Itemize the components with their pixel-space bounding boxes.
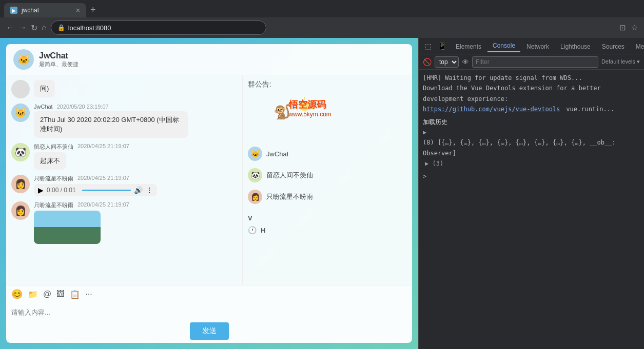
audio-progress[interactable]: [82, 190, 131, 191]
avatar: 👩: [11, 201, 30, 220]
member-name: 只盼流星不盼雨: [266, 192, 313, 201]
sidebar-letter-v: V: [248, 214, 370, 222]
list-item: 👩 只盼流星不盼雨 2020/04/25 21:19:07: [11, 201, 237, 244]
clock-icon: 🕐: [248, 226, 257, 234]
url-bar[interactable]: 🔒 localhost:8080: [51, 20, 266, 35]
nav-back-button[interactable]: ←: [6, 23, 14, 32]
tab-lighthouse[interactable]: Lighthouse: [555, 41, 596, 52]
chat-body: 间) 🐱 JwChat 2020/05/20 23:19:07 2Thu Jul…: [6, 75, 412, 285]
send-button[interactable]: 发送: [190, 322, 229, 340]
tab-console[interactable]: Console: [487, 40, 520, 52]
sidebar-letter-h: 🕐 H: [248, 226, 370, 234]
chat-footer: 😊 📁 @ 🖼 📋 ··· 发送: [6, 285, 412, 343]
msg-meta: 只盼流星不盼雨 2020/04/25 21:19:07: [34, 201, 129, 209]
audio-time: 0:00 / 0:01: [47, 187, 76, 194]
arrow-icon[interactable]: ▶: [423, 127, 426, 137]
device-icon[interactable]: 📱: [436, 41, 448, 51]
levels-select[interactable]: Default levels ▾: [601, 58, 640, 65]
tab-favicon: ▶: [10, 7, 17, 14]
msg-content: 只盼流星不盼雨 2020/04/25 21:19:07 ▶ 0:00 / 0:0…: [34, 175, 157, 196]
chat-header-avatar: 🐱: [13, 49, 34, 70]
msg-meta: 只盼流星不盼雨 2020/04/25 21:19:07: [34, 175, 157, 182]
msg-sender: 只盼流星不盼雨: [34, 201, 73, 209]
at-icon[interactable]: @: [43, 290, 51, 299]
msg-bubble: 2Thu Jul 30 2020 20:02:20 GMT+0800 (中国标准…: [34, 111, 188, 138]
member-name: 留恋人间不羡仙: [266, 171, 313, 180]
eye-icon[interactable]: 👁: [462, 58, 469, 66]
emoji-icon[interactable]: 😊: [11, 289, 23, 300]
chat-title: JwChat: [39, 51, 79, 60]
tab-memory[interactable]: Memory: [631, 41, 644, 52]
member-item: 🐱 JwChat: [248, 145, 370, 163]
msg-audio[interactable]: ▶ 0:00 / 0:01 🔊 ⋮: [34, 184, 157, 196]
clip-icon[interactable]: 📋: [70, 290, 80, 299]
msg-meta: 留恋人间不羡仙 2020/04/25 21:19:07: [34, 143, 129, 151]
member-name: JwChat: [266, 150, 288, 158]
tab-new[interactable]: +: [90, 5, 96, 17]
member-avatar: 🐱: [248, 147, 262, 161]
cast-icon[interactable]: ⊡: [619, 23, 626, 32]
nav-home-button[interactable]: ⌂: [42, 23, 47, 32]
more-tools-icon[interactable]: ···: [85, 290, 92, 299]
devtools-panel: ⬚ 📱 Elements Console Network Lighthouse …: [418, 38, 644, 349]
tab-elements[interactable]: Elements: [451, 41, 486, 52]
msg-time: 2020/05/20 23:19:07: [57, 104, 109, 110]
more-icon[interactable]: ⋮: [146, 186, 153, 194]
msg-meta: JwChat 2020/05/20 23:19:07: [34, 104, 188, 110]
devtools-top-bar: ⬚ 📱 Elements Console Network Lighthouse …: [419, 38, 644, 54]
tab-network[interactable]: Network: [521, 41, 554, 52]
sidebar-h-text: H: [261, 227, 265, 234]
list-item: 👩 只盼流星不盼雨 2020/04/25 21:19:07 ▶ 0:00 / 0…: [11, 175, 237, 196]
image-icon[interactable]: 🖼: [56, 290, 65, 299]
member-avatar: 👩: [248, 190, 262, 204]
watermark-line2: www.5kym.com: [289, 111, 356, 118]
filter-input[interactable]: [472, 56, 598, 68]
tab-sources[interactable]: Sources: [597, 41, 630, 52]
browser-chrome: ▶ jwchat × +: [0, 0, 644, 17]
tab-close[interactable]: ×: [76, 6, 80, 14]
msg-content: 只盼流星不盼雨 2020/04/25 21:19:07: [34, 201, 129, 244]
msg-content: 留恋人间不羡仙 2020/04/25 21:19:07 起床不: [34, 143, 129, 170]
devtools-content[interactable]: [HMR] Waiting for update signal from WDS…: [419, 70, 644, 349]
top-select[interactable]: top: [435, 56, 459, 68]
watermark-area: 🐒 悟空源码 www.5kym.com: [258, 93, 361, 139]
list-item: 🐼 留恋人间不羡仙 2020/04/25 21:19:07 起床不: [11, 143, 237, 170]
bookmark-icon[interactable]: ☆: [631, 23, 638, 32]
list-item: 🐱 JwChat 2020/05/20 23:19:07 2Thu Jul 30…: [11, 104, 237, 138]
msg-sender: 只盼流星不盼雨: [34, 175, 73, 182]
volume-icon[interactable]: 🔊: [134, 186, 143, 194]
console-line: [HMR] Waiting for update signal from WDS…: [423, 73, 640, 83]
member-avatar: 🐼: [248, 168, 262, 182]
chat-input[interactable]: [11, 302, 407, 322]
nav-forward-button[interactable]: →: [18, 23, 27, 32]
console-line: ▶ (8) [{…}, {…}, {…}, {…}, {…}, {…}, {…}…: [423, 127, 640, 169]
browser-tab[interactable]: ▶ jwchat ×: [4, 3, 86, 17]
msg-image: [34, 211, 101, 244]
chat-header-info: JwChat 最简单、最便捷: [39, 51, 79, 68]
sidebar-v-text: V: [248, 214, 252, 222]
devtools-link[interactable]: https://github.com/vuejs/vue-devtools: [423, 104, 560, 114]
chat-right-panel: 群公告:: [242, 75, 376, 285]
browser-nav: ← → ↻ ⌂ 🔒 localhost:8080 ⊡ ☆: [0, 17, 644, 38]
chat-messages[interactable]: 间) 🐱 JwChat 2020/05/20 23:19:07 2Thu Jul…: [6, 75, 242, 285]
list-item: 间): [11, 80, 237, 98]
msg-content: 间): [34, 80, 55, 97]
devtools-tabs: Elements Console Network Lighthouse Sour…: [451, 40, 644, 52]
no-entry-icon[interactable]: 🚫: [423, 58, 432, 66]
msg-time: 2020/04/25 21:19:07: [77, 175, 129, 182]
msg-time: 2020/04/25 21:19:07: [77, 201, 129, 209]
msg-bubble: 间): [34, 80, 55, 97]
msg-content: JwChat 2020/05/20 23:19:07 2Thu Jul 30 2…: [34, 104, 188, 138]
nav-refresh-button[interactable]: ↻: [31, 23, 37, 33]
inspect-icon[interactable]: ⬚: [423, 41, 434, 51]
console-prompt[interactable]: >: [423, 171, 640, 181]
avatar: 🐼: [11, 143, 30, 161]
chat-subtitle: 最简单、最便捷: [39, 60, 79, 68]
avatar: 👩: [11, 175, 30, 193]
url-lock-icon: 🔒: [57, 24, 65, 31]
play-icon[interactable]: ▶: [38, 186, 44, 194]
logo-illustration: 🐒 悟空源码 www.5kym.com: [263, 96, 356, 137]
main-area: 🐱 JwChat 最简单、最便捷 间) 🐱: [0, 38, 644, 349]
folder-icon[interactable]: 📁: [28, 290, 38, 299]
console-line: development experience:: [423, 94, 640, 104]
